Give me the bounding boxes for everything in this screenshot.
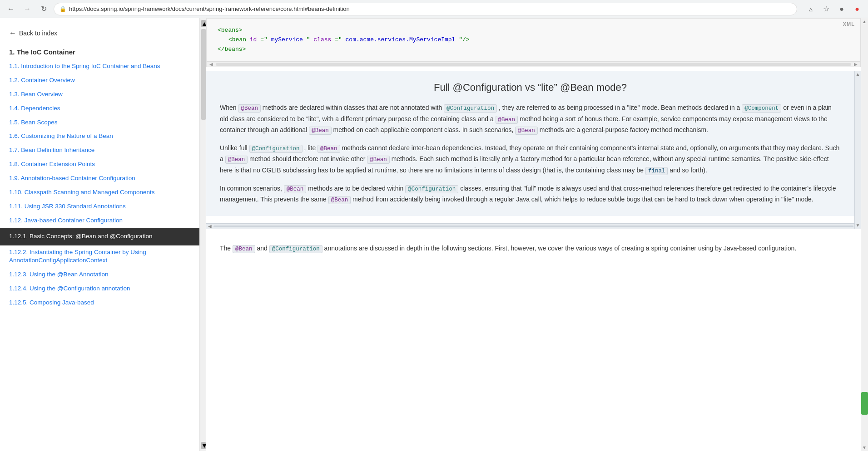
sidebar-item-1-11[interactable]: 1.11. Using JSR 330 Standard Annotations	[0, 200, 199, 214]
scroll-left-arrow[interactable]: ◀	[208, 62, 214, 67]
sidebar-item-1-4[interactable]: 1.4. Dependencies	[0, 102, 199, 116]
info-box-content: When @Bean methods are declared within c…	[220, 103, 841, 205]
reload-button[interactable]: ↻	[37, 3, 50, 15]
sidebar-item-1-12-1[interactable]: 1.12.1. Basic Concepts: @Bean and @Confi…	[0, 228, 199, 245]
bottom-text-section: The @Bean and @Configuration annotations…	[206, 236, 861, 261]
main-scroll-thumb[interactable]	[861, 392, 868, 415]
info-paragraph-2: Unlike full @Configuration , lite @Bean …	[220, 143, 841, 176]
sidebar-item-1-3[interactable]: 1.3. Bean Overview	[0, 88, 199, 102]
code-block-wrapper: XML <beans> <bean id =" myService " clas…	[206, 18, 861, 67]
main-scroll-down[interactable]: ▼	[862, 445, 867, 450]
code-configuration-2: @Configuration	[249, 145, 303, 153]
sidebar-item-1-12-2[interactable]: 1.12.2. Instantiating the Spring Contain…	[0, 245, 199, 268]
code-bean-2: @Bean	[496, 116, 518, 124]
cast-button[interactable]: ▵	[804, 3, 817, 15]
sidebar: ← Back to index 1. The IoC Container 1.1…	[0, 18, 200, 451]
bookmark-button[interactable]: ☆	[820, 3, 833, 15]
code-bean-bottom: @Bean	[233, 245, 255, 253]
main-layout: ← Back to index 1. The IoC Container 1.1…	[0, 18, 868, 451]
forward-button[interactable]: →	[21, 3, 34, 15]
info-horizontal-scroll[interactable]: ◀ ▶	[206, 223, 861, 229]
sidebar-section-title: 1. The IoC Container	[0, 44, 199, 59]
code-block: <beans> <bean id =" myService " class ="…	[207, 19, 860, 61]
code-bean-6: @Bean	[225, 156, 248, 164]
sidebar-scrollbar[interactable]: ▲ ▼	[200, 18, 206, 451]
code-configuration-bottom: @Configuration	[269, 245, 322, 253]
code-bean-9: @Bean	[328, 196, 351, 204]
bottom-paragraph: The @Bean and @Configuration annotations…	[220, 243, 847, 254]
sidebar-item-1-12-3[interactable]: 1.12.3. Using the @Bean Annotation	[0, 268, 199, 282]
main-scroll-up[interactable]: ▲	[862, 19, 867, 24]
sidebar-item-1-2[interactable]: 1.2. Container Overview	[0, 74, 199, 88]
sidebar-item-1-9[interactable]: 1.9. Annotation-based Container Configur…	[0, 172, 199, 186]
info-paragraph-3: In common scenarios, @Bean methods are t…	[220, 183, 841, 206]
back-label: Back to index	[19, 29, 57, 37]
sidebar-item-1-12-4[interactable]: 1.12.4. Using the @Configuration annotat…	[0, 282, 199, 296]
info-scroll-down-btn[interactable]: ▼	[856, 223, 860, 228]
code-bean-1: @Bean	[238, 104, 261, 113]
code-line-1: <beans>	[218, 26, 849, 35]
scrollbar-top-arrow: ▲	[201, 20, 206, 27]
info-box-title: Full @Configuration vs “lite” @Bean mode…	[220, 82, 841, 93]
info-box-container: ▲ Full @Configuration vs “lite” @Bean mo…	[206, 71, 861, 229]
scrollbar-thumb[interactable]	[201, 29, 206, 120]
info-scrollbar[interactable]: ▲ ▼	[854, 71, 861, 229]
code-bean-3: @Bean	[309, 127, 332, 135]
account-button[interactable]: ●	[835, 3, 848, 15]
browser-chrome: ← → ↻ 🔒 https://docs.spring.io/spring-fr…	[0, 0, 868, 18]
code-final: final	[645, 167, 668, 175]
scroll-track	[216, 63, 851, 66]
code-bean-5: @Bean	[317, 145, 340, 153]
code-line-3: </beans>	[218, 45, 849, 54]
sidebar-item-1-10[interactable]: 1.10. Classpath Scanning and Managed Com…	[0, 186, 199, 200]
code-bean-7: @Bean	[367, 156, 390, 164]
sidebar-item-1-5[interactable]: 1.5. Bean Scopes	[0, 116, 199, 130]
code-label: XML	[843, 21, 855, 27]
code-bean-8: @Bean	[284, 185, 307, 193]
info-paragraph-1: When @Bean methods are declared within c…	[220, 103, 841, 136]
browser-actions: ▵ ☆ ● ●	[804, 3, 863, 15]
sidebar-item-1-6[interactable]: 1.6. Customizing the Nature of a Bean	[0, 129, 199, 143]
sidebar-item-1-7[interactable]: 1.7. Bean Definition Inheritance	[0, 143, 199, 157]
info-scroll-track	[213, 226, 853, 227]
info-scroll-left[interactable]: ◀	[208, 224, 212, 229]
extension-button[interactable]: ●	[851, 3, 863, 15]
back-button[interactable]: ←	[5, 3, 17, 15]
code-configuration-3: @Configuration	[405, 185, 458, 193]
url-text: https://docs.spring.io/spring-framework/…	[69, 5, 350, 12]
code-line-2: <bean id =" myService " class =" com.acm…	[218, 35, 849, 45]
lock-icon: 🔒	[60, 6, 66, 12]
info-box: ▲ Full @Configuration vs “lite” @Bean mo…	[206, 71, 861, 216]
info-scroll-up-btn[interactable]: ▲	[856, 72, 860, 77]
back-to-index-link[interactable]: ← Back to index	[0, 25, 199, 44]
back-arrow-icon: ←	[9, 29, 16, 37]
code-bean-4: @Bean	[515, 127, 538, 135]
code-configuration-1: @Configuration	[444, 104, 497, 113]
content-area: XML <beans> <bean id =" myService " clas…	[206, 18, 861, 451]
scrollbar-bottom-arrow: ▼	[201, 442, 206, 449]
address-bar[interactable]: 🔒 https://docs.spring.io/spring-framewor…	[54, 3, 797, 15]
code-component-1: @Component	[742, 104, 781, 113]
sidebar-item-1-1[interactable]: 1.1. Introduction to the Spring IoC Cont…	[0, 59, 199, 74]
scroll-right-arrow[interactable]: ▶	[853, 62, 858, 67]
sidebar-item-1-12-5[interactable]: 1.12.5. Composing Java-based	[0, 296, 199, 310]
sidebar-item-1-12[interactable]: 1.12. Java-based Container Configuration	[0, 214, 199, 228]
main-scrollbar[interactable]: ▲ ▼	[861, 18, 868, 451]
sidebar-item-1-8[interactable]: 1.8. Container Extension Points	[0, 157, 199, 172]
code-scroll-bar[interactable]: ◀ ▶	[207, 61, 860, 67]
